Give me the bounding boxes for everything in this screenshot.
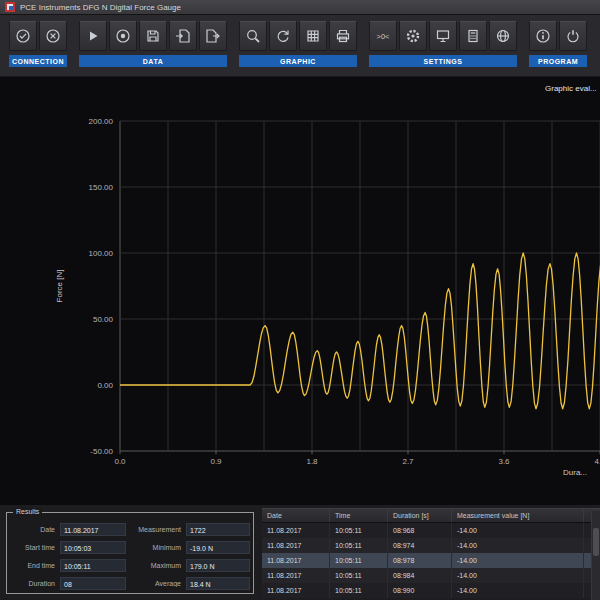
refresh-graph-button[interactable]	[269, 21, 297, 51]
table-cell: -14.00	[452, 538, 584, 553]
svg-text:-50.00: -50.00	[90, 447, 113, 456]
column-header[interactable]: Time	[330, 509, 388, 522]
record-button[interactable]	[109, 21, 137, 51]
table-body: 11.08.201710:05:1108:968-14.0011.08.2017…	[262, 523, 600, 598]
svg-text:0.00: 0.00	[97, 381, 113, 390]
save-icon	[145, 28, 161, 44]
result-field-value: 10:05:03	[60, 541, 126, 554]
globe-icon	[495, 28, 511, 44]
printer-icon	[335, 28, 351, 44]
toolbar-group-connection: CONNECTION	[9, 21, 67, 67]
info-button[interactable]	[529, 21, 557, 51]
table-row[interactable]: 11.08.201710:05:1108:968-14.00	[262, 523, 600, 538]
result-field-label: End time	[10, 562, 58, 569]
calculator-icon	[465, 28, 481, 44]
table-cell: -14.00	[452, 553, 584, 568]
titlebar[interactable]: PCE Instruments DFG N Digital Force Gaug…	[0, 0, 600, 15]
measurement-table: DateTimeDuration [s]Measurement value [N…	[262, 508, 600, 600]
result-field-value: 11.08.2017	[60, 523, 126, 536]
disconnect-button[interactable]	[39, 21, 67, 51]
language-button[interactable]	[489, 21, 517, 51]
table-row[interactable]: 11.08.201710:05:1108:984-14.00	[262, 568, 600, 583]
table-cell: 08:984	[388, 568, 452, 583]
zoom-button[interactable]	[239, 21, 267, 51]
table-cell: 10:05:11	[330, 553, 388, 568]
exit-button[interactable]	[559, 21, 587, 51]
display-settings-button[interactable]	[429, 21, 457, 51]
result-field-label: Measurement	[128, 526, 184, 533]
grid-toggle-button[interactable]	[299, 21, 327, 51]
svg-text:1.8: 1.8	[306, 457, 318, 466]
start-measurement-button[interactable]	[79, 21, 107, 51]
tare-button[interactable]: >0<	[369, 21, 397, 51]
svg-text:Force [N]: Force [N]	[55, 270, 64, 303]
table-cell: 11.08.2017	[262, 583, 330, 598]
svg-text:100.00: 100.00	[89, 249, 114, 258]
result-field-label: Date	[10, 526, 58, 533]
table-cell: 11.08.2017	[262, 553, 330, 568]
column-header[interactable]: Duration [s]	[388, 509, 452, 522]
power-icon	[565, 28, 581, 44]
toolbar-group-label: SETTINGS	[369, 55, 517, 67]
svg-text:0.0: 0.0	[114, 457, 126, 466]
save-data-button[interactable]	[139, 21, 167, 51]
svg-text:200.00: 200.00	[89, 117, 114, 126]
magnifier-icon	[245, 28, 261, 44]
x-circle-icon	[45, 28, 61, 44]
table-row[interactable]: 11.08.201710:05:1108:974-14.00	[262, 538, 600, 553]
table-cell: 10:05:11	[330, 538, 388, 553]
bottom-panel: Results Date11.08.2017Measurement1722Sta…	[0, 505, 600, 600]
svg-text:Dura...: Dura...	[563, 468, 587, 477]
connect-button[interactable]	[9, 21, 37, 51]
table-cell: 10:05:11	[330, 583, 388, 598]
toolbar-group-data: DATA	[79, 21, 227, 67]
table-scrollbar[interactable]	[591, 511, 600, 600]
result-field-value: 1722	[186, 523, 250, 536]
export-data-button[interactable]	[199, 21, 227, 51]
import-data-button[interactable]	[169, 21, 197, 51]
result-field-label: Start time	[10, 544, 58, 551]
column-header[interactable]: Measurement value [N]	[452, 509, 584, 522]
toolbar: CONNECTIONDATAGRAPHIC>0<SETTINGSPROGRAM	[0, 15, 600, 77]
result-field-value: 179.0 N	[186, 559, 250, 572]
result-field-label: Maximum	[128, 562, 184, 569]
document-export-icon	[205, 28, 221, 44]
svg-text:Graphic eval...: Graphic eval...	[545, 84, 597, 93]
svg-text:0.9: 0.9	[210, 457, 222, 466]
results-groupbox: Results Date11.08.2017Measurement1722Sta…	[6, 512, 254, 594]
result-field-value: 08	[60, 577, 126, 590]
result-field-label: Average	[128, 580, 184, 587]
table-cell: 11.08.2017	[262, 523, 330, 538]
table-row[interactable]: 11.08.201710:05:1108:990-14.00	[262, 583, 600, 598]
scrollbar-thumb[interactable]	[593, 528, 599, 556]
table-cell: 08:974	[388, 538, 452, 553]
table-cell: 11.08.2017	[262, 568, 330, 583]
table-cell: 08:990	[388, 583, 452, 598]
table-cell: -14.00	[452, 583, 584, 598]
table-cell: -14.00	[452, 523, 584, 538]
table-row[interactable]: 11.08.201710:05:1108:978-14.00	[262, 553, 600, 568]
chart-panel: -50.000.0050.00100.00150.00200.000.00.91…	[0, 77, 600, 505]
table-cell: 10:05:11	[330, 523, 388, 538]
gear-icon	[405, 28, 421, 44]
result-field-value: -19.0 N	[186, 541, 250, 554]
calculator-button[interactable]	[459, 21, 487, 51]
toolbar-group-label: GRAPHIC	[239, 55, 357, 67]
app-icon	[5, 2, 15, 12]
play-icon	[85, 28, 101, 44]
table-cell: 11.08.2017	[262, 538, 330, 553]
table-cell: 08:978	[388, 553, 452, 568]
force-chart: -50.000.0050.00100.00150.00200.000.00.91…	[0, 77, 600, 505]
table-cell: 10:05:11	[330, 568, 388, 583]
print-button[interactable]	[329, 21, 357, 51]
column-header[interactable]: Date	[262, 509, 330, 522]
toolbar-group-label: CONNECTION	[9, 55, 67, 67]
toolbar-group-label: PROGRAM	[529, 55, 587, 67]
svg-text:2.7: 2.7	[402, 457, 414, 466]
svg-text:3.6: 3.6	[498, 457, 510, 466]
settings-button[interactable]	[399, 21, 427, 51]
toolbar-group-settings: >0<SETTINGS	[369, 21, 517, 67]
svg-text:150.00: 150.00	[89, 183, 114, 192]
document-import-icon	[175, 28, 191, 44]
table-header: DateTimeDuration [s]Measurement value [N…	[262, 508, 600, 523]
